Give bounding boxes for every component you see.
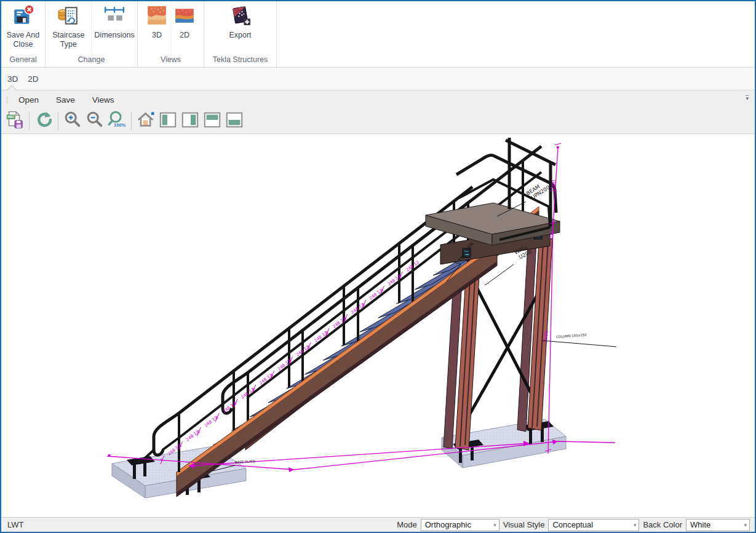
visual-style-select[interactable]: Conceptual ▾ bbox=[548, 519, 639, 531]
toolbar-separator bbox=[131, 112, 132, 130]
ribbon-group-label-change: Change bbox=[46, 53, 137, 67]
step-annotations: 248 128248 128248 128248 128248 128248 1… bbox=[159, 259, 420, 464]
pane-left-button[interactable] bbox=[157, 110, 179, 132]
staircase-type-label: Staircase Type bbox=[48, 31, 89, 49]
ribbon-group-label-views: Views bbox=[138, 53, 204, 67]
zoom-100-badge: 100% bbox=[114, 122, 126, 128]
view-2d-button[interactable]: 2D bbox=[171, 1, 198, 53]
zoom-out-icon bbox=[85, 110, 105, 132]
toolbar-menu-row: ⋮ Open Save Views ▾ bbox=[1, 90, 755, 109]
pane-top-icon bbox=[202, 110, 222, 132]
toolbar-icon-row: IMG bbox=[1, 109, 755, 133]
refresh-icon bbox=[34, 110, 54, 132]
pane-top-button[interactable] bbox=[201, 110, 223, 132]
visual-style-value: Conceptual bbox=[552, 520, 593, 529]
view-tab-row: 3D 2D bbox=[1, 68, 755, 90]
visual-style-label: Visual Style bbox=[503, 520, 545, 529]
ribbon-group-views: 3D 2D Views bbox=[138, 1, 204, 67]
image-save-icon: IMG bbox=[5, 110, 25, 132]
ribbon-group-label-tekla: Tekla Structures bbox=[204, 53, 276, 67]
save-image-button[interactable]: IMG bbox=[4, 110, 26, 132]
redraw-button[interactable] bbox=[33, 110, 55, 132]
dim-platform-offset: 100 bbox=[549, 231, 555, 240]
save-close-icon bbox=[12, 4, 34, 29]
leader-base-plate: BASE PLATE bbox=[235, 459, 256, 464]
img-badge: IMG bbox=[7, 115, 14, 119]
mode-value: Orthographic bbox=[425, 520, 471, 529]
toolbar: ⋮ Open Save Views ▾ IMG bbox=[1, 90, 755, 134]
view-3d-label: 3D bbox=[152, 31, 162, 40]
back-color-label: Back Color bbox=[643, 520, 682, 529]
ribbon-group-general: Save And Close General bbox=[1, 1, 46, 67]
dimensions-button[interactable]: Dimensions bbox=[92, 1, 137, 53]
view-2d-icon bbox=[173, 4, 196, 29]
menu-save[interactable]: Save bbox=[47, 93, 84, 106]
back-color-value: White bbox=[690, 520, 710, 529]
status-right: Mode Orthographic ▾ Visual Style Concept… bbox=[397, 519, 755, 531]
status-left-text: LWT bbox=[1, 520, 397, 529]
staircase-type-icon bbox=[57, 4, 79, 29]
ribbon-group-change: Staircase Type Dimensions bbox=[46, 1, 138, 67]
model-viewport[interactable]: 1060 100 3560 248 128248 128248 128248 1… bbox=[1, 134, 755, 517]
dimensions-label: Dimensions bbox=[94, 31, 134, 40]
toolbar-grip[interactable]: ⋮ bbox=[4, 96, 10, 104]
staircase-3d-model: 1060 100 3560 248 128248 128248 128248 1… bbox=[1, 134, 755, 517]
menu-views[interactable]: Views bbox=[84, 93, 123, 106]
ribbon: Save And Close General bbox=[1, 1, 755, 68]
back-color-select[interactable]: White ▾ bbox=[686, 519, 750, 531]
staircase-type-button[interactable]: Staircase Type bbox=[46, 1, 92, 53]
pane-left-icon bbox=[158, 110, 178, 132]
pane-right-button[interactable] bbox=[179, 110, 201, 132]
chevron-down-icon[interactable]: ▾ bbox=[746, 95, 749, 101]
home-icon bbox=[136, 110, 156, 132]
zoom-original-button[interactable]: 100% bbox=[106, 110, 128, 132]
view-2d-label: 2D bbox=[180, 31, 189, 40]
pane-right-icon bbox=[180, 110, 200, 132]
toolbar-separator bbox=[58, 112, 58, 130]
save-and-close-button[interactable]: Save And Close bbox=[1, 1, 45, 53]
export-button[interactable]: Export bbox=[226, 1, 253, 53]
tab-2d[interactable]: 2D bbox=[28, 74, 38, 84]
zoom-out-button[interactable] bbox=[84, 110, 106, 132]
pane-bottom-icon bbox=[225, 110, 244, 132]
view-3d-icon bbox=[146, 4, 168, 29]
home-view-button[interactable] bbox=[135, 110, 157, 132]
toolbar-separator bbox=[29, 112, 30, 130]
mode-label: Mode bbox=[397, 520, 417, 529]
leader-column: COLUMN 150x150 bbox=[556, 333, 587, 339]
export-label: Export bbox=[229, 31, 251, 40]
chevron-down-icon: ▾ bbox=[493, 522, 496, 528]
dimension-arrows bbox=[108, 146, 559, 472]
chevron-down-icon: ▾ bbox=[634, 522, 637, 528]
export-icon bbox=[229, 4, 251, 29]
mode-select[interactable]: Orthographic ▾ bbox=[421, 519, 499, 531]
zoom-in-icon bbox=[63, 110, 82, 132]
chevron-down-icon: ▾ bbox=[744, 522, 747, 528]
zoom-in-button[interactable] bbox=[62, 110, 84, 132]
save-and-close-label: Save And Close bbox=[4, 31, 42, 49]
menu-open[interactable]: Open bbox=[10, 93, 47, 106]
ribbon-group-tekla: Export Tekla Structures bbox=[204, 1, 277, 67]
status-bar: LWT Mode Orthographic ▾ Visual Style Con… bbox=[1, 517, 755, 532]
tab-3d[interactable]: 3D bbox=[7, 74, 18, 84]
dimensions-icon bbox=[103, 4, 125, 29]
zoom-100-icon: 100% bbox=[107, 110, 127, 132]
view-3d-button[interactable]: 3D bbox=[143, 1, 171, 53]
pane-bottom-button[interactable] bbox=[223, 110, 245, 132]
app-window: Save And Close General bbox=[0, 0, 756, 533]
ribbon-group-label-general: General bbox=[1, 53, 45, 67]
